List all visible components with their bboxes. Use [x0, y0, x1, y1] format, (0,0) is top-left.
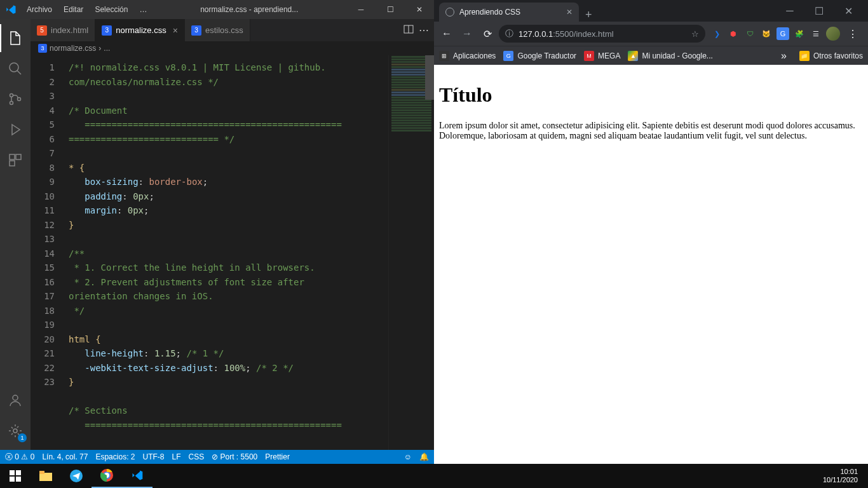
site-info-icon[interactable]: ⓘ: [505, 28, 513, 39]
extension-icon[interactable]: ❯: [710, 27, 723, 40]
svg-point-1: [10, 94, 13, 97]
split-editor-icon[interactable]: [403, 24, 414, 36]
system-tray[interactable]: 10:01 10/11/2020: [818, 468, 868, 484]
tab-estilos-css[interactable]: 3estilos.css: [185, 19, 250, 41]
maximize-button[interactable]: ☐: [376, 0, 405, 19]
svg-point-0: [10, 63, 18, 72]
svg-rect-6: [10, 161, 15, 166]
status-errors[interactable]: ⓧ 0 ⚠ 0: [5, 452, 34, 463]
page-favicon-icon: [445, 8, 454, 17]
status-cursor[interactable]: Lín. 4, col. 77: [42, 452, 88, 461]
activity-bar: 1: [0, 19, 31, 450]
chrome-tabstrip: Aprendiendo CSS ✕ + ─ ☐ ✕: [434, 0, 868, 22]
status-port[interactable]: ⊘ Port : 5500: [212, 452, 257, 461]
status-prettier[interactable]: Prettier: [265, 452, 290, 461]
other-bookmarks[interactable]: 📁Otros favoritos: [799, 51, 863, 61]
tab-close-icon[interactable]: ×: [173, 25, 178, 36]
close-button[interactable]: ✕: [834, 0, 863, 22]
minimize-button[interactable]: ─: [346, 0, 376, 19]
editor-tabs: 5index.html 3normalize.css× 3estilos.css…: [31, 19, 434, 41]
settings-icon[interactable]: 1: [0, 417, 31, 445]
debug-icon[interactable]: [0, 116, 31, 144]
chrome-tab[interactable]: Aprendiendo CSS ✕: [439, 3, 579, 22]
bookmark-star-icon[interactable]: ☆: [691, 29, 699, 39]
reading-list-icon[interactable]: ☰: [810, 27, 822, 40]
svg-rect-4: [10, 154, 15, 159]
vscode-menu: Archivo Editar Selección …: [22, 3, 152, 17]
extension-icon[interactable]: 🛡: [743, 27, 756, 40]
tab-close-icon[interactable]: ✕: [566, 8, 573, 17]
line-gutter: 1234567891011121314151617181920212223: [31, 55, 64, 450]
bookmark-traductor[interactable]: GGoogle Traductor: [503, 51, 576, 61]
css-file-icon: 3: [102, 25, 112, 36]
tab-index-html[interactable]: 5index.html: [31, 19, 95, 41]
code-content[interactable]: /*! normalize.css v8.0.1 | MIT License |…: [64, 55, 388, 450]
chrome-taskbar-icon[interactable]: [92, 464, 122, 488]
start-button[interactable]: [0, 464, 31, 488]
minimize-button[interactable]: ─: [775, 0, 804, 22]
svg-point-3: [18, 98, 21, 101]
status-bell-icon[interactable]: 🔔: [419, 452, 429, 461]
bookmark-mega[interactable]: MMEGA: [584, 51, 620, 61]
scrollbar-thumb[interactable]: [425, 55, 434, 100]
profile-avatar[interactable]: [826, 27, 840, 41]
windows-taskbar: 10:01 10/11/2020: [0, 464, 868, 488]
maximize-button[interactable]: ☐: [804, 0, 834, 22]
svg-rect-13: [16, 477, 21, 482]
svg-rect-15: [39, 471, 44, 474]
css-file-icon: 3: [38, 44, 47, 53]
menu-seleccion[interactable]: Selección: [90, 3, 133, 17]
new-tab-button[interactable]: +: [579, 8, 599, 22]
extension-icon[interactable]: ⬢: [727, 27, 740, 40]
forward-button[interactable]: →: [458, 25, 476, 43]
vscode-window: Archivo Editar Selección … normalize.css…: [0, 0, 434, 464]
svg-point-7: [13, 395, 18, 400]
explorer-icon[interactable]: [0, 24, 31, 52]
svg-rect-11: [16, 470, 21, 475]
menu-more[interactable]: …: [134, 3, 152, 17]
breadcrumb[interactable]: 3 normalize.css › ...: [31, 41, 434, 55]
status-feedback-icon[interactable]: ☺: [404, 452, 412, 461]
html-file-icon: 5: [37, 25, 47, 36]
vscode-titlebar: Archivo Editar Selección … normalize.css…: [0, 0, 434, 19]
file-explorer-icon[interactable]: [31, 464, 61, 488]
menu-archivo[interactable]: Archivo: [22, 3, 57, 17]
bookmarks-overflow-icon[interactable]: »: [781, 50, 787, 62]
svg-rect-5: [16, 154, 21, 159]
page-content: Título Lorem ipsum dolor sit amet, conse…: [434, 65, 868, 464]
extension-icon[interactable]: 🐱: [760, 27, 773, 40]
search-icon[interactable]: [0, 55, 31, 83]
svg-rect-10: [10, 470, 15, 475]
bookmark-aplicaciones[interactable]: ⊞Aplicaciones: [439, 51, 496, 61]
extensions-icon[interactable]: [0, 146, 31, 174]
telegram-icon[interactable]: [61, 464, 92, 488]
svg-rect-12: [10, 477, 15, 482]
back-button[interactable]: ←: [438, 25, 456, 43]
chrome-menu-icon[interactable]: ⋮: [844, 28, 862, 40]
taskbar-clock[interactable]: 10:01 10/11/2020: [818, 468, 863, 484]
chrome-window: Aprendiendo CSS ✕ + ─ ☐ ✕ ← → ⟳ ⓘ 127.0.…: [434, 0, 868, 464]
extension-icon[interactable]: G: [776, 27, 789, 40]
status-spaces[interactable]: Espacios: 2: [95, 452, 135, 461]
account-icon[interactable]: [0, 386, 31, 414]
settings-badge: 1: [18, 433, 27, 442]
tab-normalize-css[interactable]: 3normalize.css×: [95, 19, 185, 41]
extensions-puzzle-icon[interactable]: 🧩: [793, 27, 806, 40]
vscode-taskbar-icon[interactable]: [122, 464, 153, 488]
chrome-toolbar: ← → ⟳ ⓘ 127.0.0.1:5500/index.html ☆ ❯ ⬢ …: [434, 22, 868, 46]
bookmark-drive[interactable]: ▲Mi unidad - Google...: [628, 51, 712, 61]
vscode-title: normalize.css - aprendiend...: [152, 5, 346, 14]
page-heading: Título: [439, 83, 863, 107]
extensions-area: ❯ ⬢ 🛡 🐱 G 🧩 ☰ ⋮: [708, 27, 864, 41]
more-actions-icon[interactable]: ⋯: [419, 24, 429, 36]
source-control-icon[interactable]: [0, 85, 31, 113]
svg-point-2: [10, 102, 13, 105]
editor[interactable]: 1234567891011121314151617181920212223 /*…: [31, 55, 434, 450]
status-encoding[interactable]: UTF-8: [142, 452, 164, 461]
status-language[interactable]: CSS: [189, 452, 205, 461]
reload-button[interactable]: ⟳: [478, 25, 496, 43]
menu-editar[interactable]: Editar: [58, 3, 88, 17]
address-bar[interactable]: ⓘ 127.0.0.1:5500/index.html ☆: [499, 25, 705, 43]
close-button[interactable]: ✕: [405, 0, 434, 19]
status-eol[interactable]: LF: [172, 452, 180, 461]
